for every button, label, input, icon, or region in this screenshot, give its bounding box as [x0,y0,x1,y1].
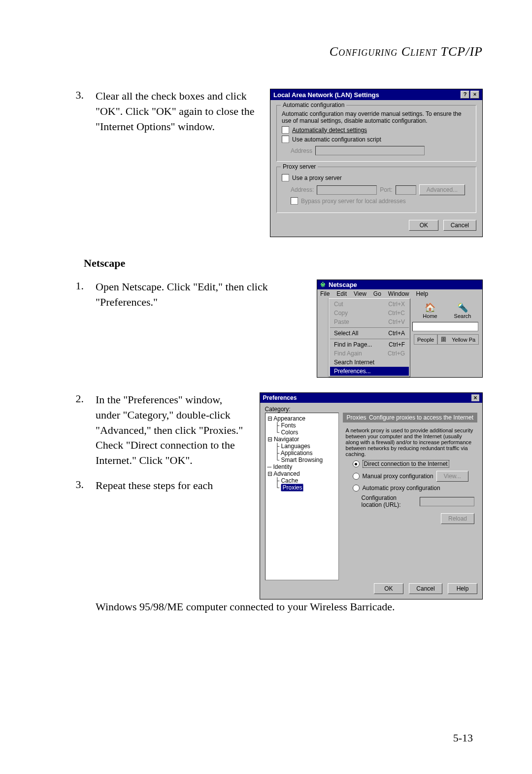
step-number: 2. [69,392,84,468]
proxy-addr-label: Address: [291,186,314,193]
step-number: 3. [69,478,84,493]
help-button[interactable]: Help [448,583,477,594]
menu-help[interactable]: Help [416,290,429,297]
location-input[interactable] [412,322,478,331]
proxies-description: A network proxy is used to provide addit… [346,427,474,457]
close-icon[interactable]: × [470,91,479,99]
radio-direct[interactable] [353,460,360,467]
menu-window[interactable]: Window [388,290,409,297]
menu-item-find-again: Find AgainCtrl+G [330,349,409,358]
cancel-button[interactable]: Cancel [409,583,442,594]
search-icon[interactable]: 🔦Search [451,302,474,319]
cb-label: Use automatic configuration script [292,136,381,143]
cb-label: Use a proxy server [292,175,342,181]
address-label: Address [291,147,312,154]
lan-settings-dialog: Local Area Network (LAN) Settings ? × Au… [270,89,483,237]
category-label: Category: [265,406,477,413]
view-button: View... [436,471,468,482]
menu-item-search-internet[interactable]: Search Internet [330,358,409,367]
help-icon[interactable]: ? [461,91,469,99]
cb-label: Bypass proxy server for local addresses [301,198,406,205]
yellow-pages-button[interactable]: 圖 Yellow Pa [437,334,479,345]
menu-item-find[interactable]: Find in Page...Ctrl+F [330,340,409,349]
home-icon[interactable]: 🏠Home [418,302,442,319]
people-button[interactable]: People [414,334,437,345]
close-icon[interactable]: × [471,394,479,401]
checkbox-detect[interactable] [282,126,289,134]
step-text: Open Netscape. Click "Edit," then click … [96,280,305,378]
app-icon: ※ [320,281,326,288]
preferences-dialog: Preferences × Category: ⊟ Appearance ├ F… [260,392,483,599]
cancel-button[interactable]: Cancel [443,220,476,231]
rb-label: Automatic proxy configuration [363,485,440,492]
radio-auto[interactable] [353,485,360,492]
proxy-addr-input [317,185,377,195]
category-tree[interactable]: ⊟ Appearance ├ Fonts └ Colors ⊟ Navigato… [265,413,339,580]
ok-button[interactable]: OK [374,583,403,594]
group-legend: Proxy server [281,163,318,170]
menu-view[interactable]: View [354,290,366,297]
netscape-window: ※ Netscape File Edit View Go Window Help… [317,280,483,378]
reload-button: Reload [441,513,474,524]
menu-item-select-all[interactable]: Select AllCtrl+A [330,329,409,338]
config-url-input [420,497,474,506]
checkbox-bypass [291,197,298,205]
menu-edit[interactable]: Edit [336,290,347,297]
ok-button[interactable]: OK [409,220,438,231]
tree-selected-proxies[interactable]: Proxies [281,484,303,492]
menu-item-preferences[interactable]: Preferences... [330,367,409,376]
edit-dropdown: CutCtrl+X CopyCtrl+C PasteCtrl+V Select … [329,298,410,377]
proxy-port-label: Port: [380,186,392,193]
dialog-title: Local Area Network (LAN) Settings [273,91,379,99]
page-header: Configuring Client TCP/IP [49,44,483,59]
checkbox-script[interactable] [282,136,289,143]
menu-item-cut: CutCtrl+X [330,300,409,309]
menu-item-paste: PasteCtrl+V [330,317,409,326]
step-text-partial: Repeat these steps for each [96,478,248,493]
advanced-button: Advanced... [419,184,465,195]
step-number: 1. [69,280,84,378]
menubar[interactable]: File Edit View Go Window Help [317,289,482,298]
step-text: Clear all the check boxes and click "OK"… [96,89,258,237]
rb-label: Direct connection to the Internet [363,460,449,468]
panel-subtitle: Configure proxies to access the Internet [369,414,473,421]
radio-manual[interactable] [353,473,360,480]
menu-item-copy: CopyCtrl+C [330,309,409,317]
window-title: Netscape [329,281,357,288]
step-number: 3. [69,89,84,237]
step-text: In the "Preferences" window, under "Cate… [96,392,248,468]
auto-desc: Automatic configuration may override man… [282,110,471,124]
proxy-port-input [396,185,416,195]
sidebar [317,298,329,377]
step3-continuation: Windows 95/98/ME computer connected to y… [96,599,483,615]
page-number: 5-13 [453,732,473,744]
panel-title: Proxies [347,414,366,421]
url-label: Configuration location (URL): [362,494,417,508]
rb-label: Manual proxy configuration [363,473,433,480]
address-input [315,146,425,155]
cb-label: Automatically detect settings [292,127,367,134]
menu-file[interactable]: File [320,290,330,297]
section-heading: Netscape [84,257,483,270]
menu-go[interactable]: Go [373,290,381,297]
checkbox-proxy[interactable] [282,174,289,181]
group-legend: Automatic configuration [281,102,346,108]
dialog-title: Preferences [263,394,297,401]
